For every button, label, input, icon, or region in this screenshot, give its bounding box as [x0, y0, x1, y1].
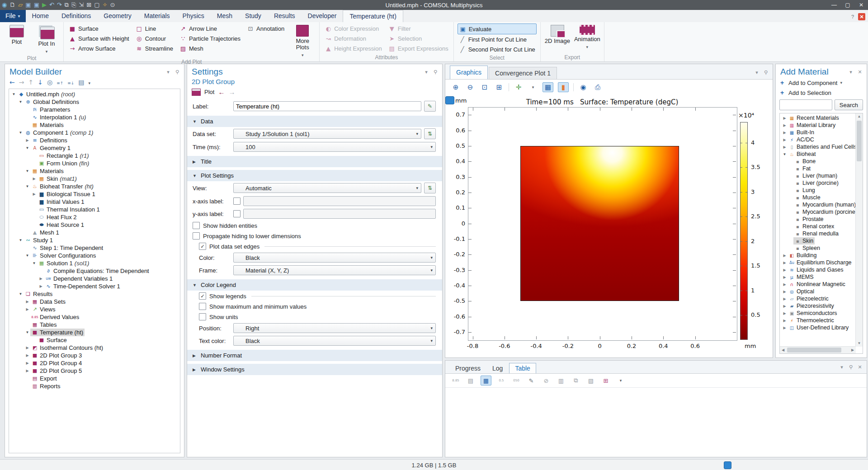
2d-image-button[interactable]: 2D Image [544, 24, 571, 44]
dropdown-button[interactable]: ▾ [616, 376, 626, 385]
previous-plot-icon[interactable]: ← [218, 88, 225, 96]
section-plot-settings[interactable]: ▼ Plot Settings [187, 170, 442, 181]
ribbon-tab-study[interactable]: Study [239, 10, 268, 22]
tree-item[interactable]: ▶∩Nonlinear Magnetic [780, 281, 856, 288]
tree-item[interactable]: ▭Thermal Insulation 1 [9, 206, 180, 213]
show-legends-checkbox[interactable]: ✓ [199, 292, 206, 300]
clear-icon[interactable]: ✧ [103, 0, 108, 9]
expander-collapsed-icon[interactable]: ▶ [782, 282, 788, 287]
yaxis-label-checkbox[interactable] [233, 210, 241, 217]
expander-expanded-icon[interactable]: ▼ [11, 92, 17, 96]
tree-item[interactable]: ▪Myocardium (porcine) [780, 208, 856, 216]
tree-item[interactable]: ▲Mesh 1 [9, 229, 180, 236]
grid-button[interactable]: ▦ [542, 82, 553, 92]
tree-item[interactable]: ▣Form Union(fin) [9, 160, 180, 167]
annotation-button[interactable]: ⊡Annotation [245, 24, 286, 33]
zoom-in-button[interactable]: ⊕ [451, 83, 461, 92]
auto-update-button[interactable]: ▤ [466, 376, 476, 385]
scroll-right-icon[interactable]: ▶ [849, 347, 856, 353]
dataset-select[interactable]: Study 1/Solution 1 (sol1) ▾ [233, 129, 421, 139]
section-color-legend[interactable]: ▼ Color Legend [187, 279, 442, 291]
mesh-button[interactable]: ▨Mesh [178, 43, 242, 53]
redo-icon[interactable]: ↷ [57, 0, 62, 9]
tab-table[interactable]: Table [509, 363, 536, 373]
surface-button[interactable]: ■Surface [67, 24, 131, 33]
expander-collapsed-icon[interactable]: ▶ [782, 123, 788, 127]
propagate-hiding-checkbox[interactable] [193, 232, 200, 240]
ribbon-tab-home[interactable]: Home [26, 10, 55, 22]
line-button[interactable]: □Line [134, 24, 175, 33]
expand-all-button[interactable]: ≡↑ [57, 79, 63, 86]
tree-item[interactable]: ▶▦Recent Materials [780, 114, 856, 122]
tree-item[interactable]: ▼♨Bioheat [780, 150, 856, 158]
tree-item[interactable]: ▼AGeometry 1 [9, 144, 180, 152]
expander-expanded-icon[interactable]: ▼ [18, 131, 24, 135]
tree-item[interactable]: ▶▆Biological Tissue 1 [9, 190, 180, 198]
value-display-button[interactable]: 8.85 [451, 376, 461, 385]
tree-item[interactable]: ▶μMEMS [780, 273, 856, 281]
help-icon[interactable]: ? [849, 13, 856, 20]
expander-collapsed-icon[interactable]: ▶ [782, 254, 788, 258]
show-units-checkbox[interactable] [199, 313, 206, 320]
find-icon[interactable]: ⊙ [110, 0, 115, 9]
tree-item[interactable]: ▪Fat [780, 165, 856, 172]
expander-collapsed-icon[interactable]: ▶ [31, 192, 37, 196]
expander-collapsed-icon[interactable]: ▶ [24, 138, 30, 142]
tree-item[interactable]: ■Surface [9, 336, 180, 344]
tree-item[interactable]: ▼⊪Solver Configurations [9, 252, 180, 259]
xaxis-label-input[interactable] [243, 196, 436, 206]
tree-item[interactable]: ▼⊕Global Definitions [9, 98, 180, 106]
horizontal-scrollbar[interactable]: ◀ ▶ [780, 346, 856, 353]
clear-table-button[interactable]: ⊘ [541, 376, 551, 385]
evaluate-button[interactable]: ▣Evaluate [458, 24, 537, 34]
expander-collapsed-icon[interactable]: ▶ [782, 326, 788, 330]
snapshot-button[interactable]: ◉ [578, 83, 588, 92]
plot-in-button[interactable]: Plot In▾ [33, 24, 60, 55]
ribbon-tab-mesh[interactable]: Mesh [211, 10, 239, 22]
chevron-down-icon[interactable]: ▾ [165, 69, 171, 75]
expander-collapsed-icon[interactable]: ▶ [24, 300, 30, 304]
next-plot-icon[interactable]: → [228, 88, 235, 96]
add-to-selection-button[interactable]: + Add to Selection [776, 88, 867, 98]
second-point-for-cut-line-button[interactable]: ╱Second Point for Cut Line [458, 44, 537, 54]
print-button[interactable]: ⎙ [593, 83, 603, 92]
section-window-settings[interactable]: ▶ Window Settings [187, 364, 442, 375]
new-file-icon[interactable]: 🗋 [9, 0, 15, 9]
save-report-icon[interactable]: ▣ [34, 0, 39, 9]
ribbon-tab-results[interactable]: Results [268, 10, 302, 22]
expander-expanded-icon[interactable]: ▼ [782, 152, 788, 156]
tree-item[interactable]: ▶▦Built-In [780, 129, 856, 136]
tree-item[interactable]: ∿Step 1: Time Dependent [9, 244, 180, 252]
go-to-source-button[interactable]: ⇅ [424, 128, 436, 139]
tree-item[interactable]: ▼▦Solution 1(sol1) [9, 259, 180, 267]
pin-icon[interactable]: ⚲ [848, 364, 854, 370]
import-icon[interactable]: ⇲ [79, 0, 84, 9]
tree-item[interactable]: ▪Myocardium (human) [780, 201, 856, 208]
plot-button[interactable]: Plot [4, 24, 30, 45]
tree-item[interactable]: ▼♨Bioheat Transfer(ht) [9, 183, 180, 190]
expander-collapsed-icon[interactable]: ▶ [31, 177, 37, 181]
expander-collapsed-icon[interactable]: ▶ [782, 261, 788, 265]
section-number-format[interactable]: ▶ Number Format [187, 350, 442, 361]
pin-icon[interactable]: ⚲ [174, 69, 180, 75]
dropdown-button[interactable]: ▾ [89, 79, 91, 86]
tree-options-button[interactable]: ▤ [78, 79, 84, 86]
tree-item[interactable]: ▼∾Study 1 [9, 236, 180, 244]
tree-item[interactable]: ▼◍Component 1(comp 1) [9, 129, 180, 136]
show-button[interactable]: ◎ [47, 79, 52, 86]
paste-icon[interactable]: ⎘ [71, 0, 76, 9]
tree-item[interactable]: ▶⚡AC/DC [780, 136, 856, 143]
dropdown-button[interactable]: ▾ [528, 83, 538, 92]
surface-with-height-button[interactable]: ▲Surface with Height [67, 33, 131, 43]
plot-window-icon[interactable] [445, 96, 454, 104]
tree-item[interactable]: ▶▦Data Sets [9, 298, 180, 306]
section-title[interactable]: ▶ Title [187, 156, 442, 167]
tree-item[interactable]: ⬬Heat Source 1 [9, 221, 180, 229]
expander-expanded-icon[interactable]: ▼ [18, 292, 24, 296]
tree-item[interactable]: ▶≋Liquids and Gases [780, 266, 856, 273]
rename-button[interactable]: ✎ [424, 101, 436, 112]
color-legend-button[interactable]: ▮ [558, 82, 569, 92]
tab-progress[interactable]: Progress [450, 363, 486, 373]
back-button[interactable]: ← [9, 79, 15, 86]
tree-item[interactable]: ▶◫User-Defined Library [780, 324, 856, 331]
